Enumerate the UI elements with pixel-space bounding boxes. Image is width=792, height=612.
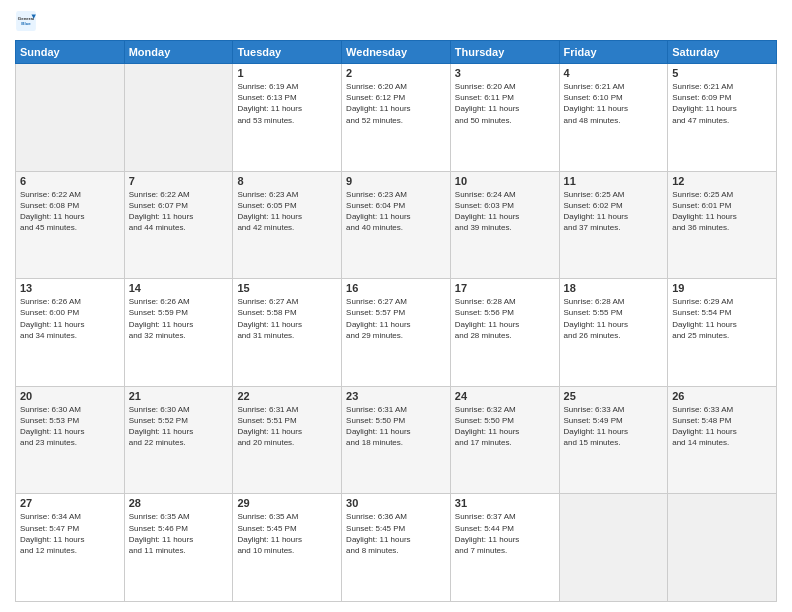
day-cell: 9Sunrise: 6:23 AMSunset: 6:04 PMDaylight…: [342, 171, 451, 279]
day-info: Sunrise: 6:25 AMSunset: 6:01 PMDaylight:…: [672, 189, 772, 234]
day-number: 13: [20, 282, 120, 294]
day-cell: 13Sunrise: 6:26 AMSunset: 6:00 PMDayligh…: [16, 279, 125, 387]
day-cell: 2Sunrise: 6:20 AMSunset: 6:12 PMDaylight…: [342, 64, 451, 172]
day-info: Sunrise: 6:36 AMSunset: 5:45 PMDaylight:…: [346, 511, 446, 556]
day-number: 29: [237, 497, 337, 509]
day-info: Sunrise: 6:31 AMSunset: 5:50 PMDaylight:…: [346, 404, 446, 449]
col-header-saturday: Saturday: [668, 41, 777, 64]
day-number: 16: [346, 282, 446, 294]
day-cell: 4Sunrise: 6:21 AMSunset: 6:10 PMDaylight…: [559, 64, 668, 172]
day-number: 12: [672, 175, 772, 187]
day-cell: 8Sunrise: 6:23 AMSunset: 6:05 PMDaylight…: [233, 171, 342, 279]
day-cell: 5Sunrise: 6:21 AMSunset: 6:09 PMDaylight…: [668, 64, 777, 172]
col-header-wednesday: Wednesday: [342, 41, 451, 64]
svg-text:General: General: [18, 16, 34, 21]
day-cell: 21Sunrise: 6:30 AMSunset: 5:52 PMDayligh…: [124, 386, 233, 494]
day-cell: 30Sunrise: 6:36 AMSunset: 5:45 PMDayligh…: [342, 494, 451, 602]
day-number: 26: [672, 390, 772, 402]
day-info: Sunrise: 6:35 AMSunset: 5:45 PMDaylight:…: [237, 511, 337, 556]
day-info: Sunrise: 6:37 AMSunset: 5:44 PMDaylight:…: [455, 511, 555, 556]
day-cell: [124, 64, 233, 172]
day-number: 7: [129, 175, 229, 187]
week-row-5: 27Sunrise: 6:34 AMSunset: 5:47 PMDayligh…: [16, 494, 777, 602]
day-info: Sunrise: 6:28 AMSunset: 5:55 PMDaylight:…: [564, 296, 664, 341]
day-info: Sunrise: 6:22 AMSunset: 6:08 PMDaylight:…: [20, 189, 120, 234]
day-cell: 11Sunrise: 6:25 AMSunset: 6:02 PMDayligh…: [559, 171, 668, 279]
week-row-3: 13Sunrise: 6:26 AMSunset: 6:00 PMDayligh…: [16, 279, 777, 387]
day-number: 31: [455, 497, 555, 509]
day-number: 17: [455, 282, 555, 294]
day-cell: 22Sunrise: 6:31 AMSunset: 5:51 PMDayligh…: [233, 386, 342, 494]
day-number: 23: [346, 390, 446, 402]
day-cell: [559, 494, 668, 602]
col-header-thursday: Thursday: [450, 41, 559, 64]
col-header-tuesday: Tuesday: [233, 41, 342, 64]
day-cell: 3Sunrise: 6:20 AMSunset: 6:11 PMDaylight…: [450, 64, 559, 172]
day-number: 28: [129, 497, 229, 509]
day-info: Sunrise: 6:30 AMSunset: 5:52 PMDaylight:…: [129, 404, 229, 449]
day-info: Sunrise: 6:23 AMSunset: 6:05 PMDaylight:…: [237, 189, 337, 234]
day-number: 3: [455, 67, 555, 79]
svg-text:Blue: Blue: [21, 21, 31, 26]
day-info: Sunrise: 6:20 AMSunset: 6:11 PMDaylight:…: [455, 81, 555, 126]
day-info: Sunrise: 6:19 AMSunset: 6:13 PMDaylight:…: [237, 81, 337, 126]
day-info: Sunrise: 6:25 AMSunset: 6:02 PMDaylight:…: [564, 189, 664, 234]
day-cell: [16, 64, 125, 172]
day-number: 24: [455, 390, 555, 402]
day-number: 8: [237, 175, 337, 187]
day-cell: 29Sunrise: 6:35 AMSunset: 5:45 PMDayligh…: [233, 494, 342, 602]
day-cell: 23Sunrise: 6:31 AMSunset: 5:50 PMDayligh…: [342, 386, 451, 494]
day-cell: 31Sunrise: 6:37 AMSunset: 5:44 PMDayligh…: [450, 494, 559, 602]
day-info: Sunrise: 6:28 AMSunset: 5:56 PMDaylight:…: [455, 296, 555, 341]
day-cell: 17Sunrise: 6:28 AMSunset: 5:56 PMDayligh…: [450, 279, 559, 387]
day-number: 25: [564, 390, 664, 402]
day-number: 27: [20, 497, 120, 509]
day-info: Sunrise: 6:27 AMSunset: 5:58 PMDaylight:…: [237, 296, 337, 341]
day-number: 2: [346, 67, 446, 79]
week-row-2: 6Sunrise: 6:22 AMSunset: 6:08 PMDaylight…: [16, 171, 777, 279]
day-info: Sunrise: 6:30 AMSunset: 5:53 PMDaylight:…: [20, 404, 120, 449]
day-info: Sunrise: 6:22 AMSunset: 6:07 PMDaylight:…: [129, 189, 229, 234]
day-cell: [668, 494, 777, 602]
day-number: 14: [129, 282, 229, 294]
calendar-header-row: SundayMondayTuesdayWednesdayThursdayFrid…: [16, 41, 777, 64]
week-row-1: 1Sunrise: 6:19 AMSunset: 6:13 PMDaylight…: [16, 64, 777, 172]
day-number: 19: [672, 282, 772, 294]
col-header-friday: Friday: [559, 41, 668, 64]
day-cell: 1Sunrise: 6:19 AMSunset: 6:13 PMDaylight…: [233, 64, 342, 172]
day-cell: 18Sunrise: 6:28 AMSunset: 5:55 PMDayligh…: [559, 279, 668, 387]
day-info: Sunrise: 6:21 AMSunset: 6:09 PMDaylight:…: [672, 81, 772, 126]
day-info: Sunrise: 6:33 AMSunset: 5:49 PMDaylight:…: [564, 404, 664, 449]
day-cell: 26Sunrise: 6:33 AMSunset: 5:48 PMDayligh…: [668, 386, 777, 494]
day-info: Sunrise: 6:32 AMSunset: 5:50 PMDaylight:…: [455, 404, 555, 449]
day-number: 30: [346, 497, 446, 509]
day-number: 9: [346, 175, 446, 187]
day-cell: 14Sunrise: 6:26 AMSunset: 5:59 PMDayligh…: [124, 279, 233, 387]
day-number: 5: [672, 67, 772, 79]
day-info: Sunrise: 6:29 AMSunset: 5:54 PMDaylight:…: [672, 296, 772, 341]
day-cell: 16Sunrise: 6:27 AMSunset: 5:57 PMDayligh…: [342, 279, 451, 387]
day-info: Sunrise: 6:26 AMSunset: 6:00 PMDaylight:…: [20, 296, 120, 341]
day-number: 18: [564, 282, 664, 294]
day-number: 6: [20, 175, 120, 187]
day-info: Sunrise: 6:34 AMSunset: 5:47 PMDaylight:…: [20, 511, 120, 556]
logo-icon: General Blue: [15, 10, 37, 32]
day-cell: 20Sunrise: 6:30 AMSunset: 5:53 PMDayligh…: [16, 386, 125, 494]
day-number: 1: [237, 67, 337, 79]
day-number: 4: [564, 67, 664, 79]
day-number: 20: [20, 390, 120, 402]
day-info: Sunrise: 6:21 AMSunset: 6:10 PMDaylight:…: [564, 81, 664, 126]
day-number: 11: [564, 175, 664, 187]
day-cell: 19Sunrise: 6:29 AMSunset: 5:54 PMDayligh…: [668, 279, 777, 387]
calendar-table: SundayMondayTuesdayWednesdayThursdayFrid…: [15, 40, 777, 602]
day-cell: 12Sunrise: 6:25 AMSunset: 6:01 PMDayligh…: [668, 171, 777, 279]
day-cell: 28Sunrise: 6:35 AMSunset: 5:46 PMDayligh…: [124, 494, 233, 602]
day-cell: 7Sunrise: 6:22 AMSunset: 6:07 PMDaylight…: [124, 171, 233, 279]
day-info: Sunrise: 6:27 AMSunset: 5:57 PMDaylight:…: [346, 296, 446, 341]
day-cell: 25Sunrise: 6:33 AMSunset: 5:49 PMDayligh…: [559, 386, 668, 494]
logo: General Blue: [15, 10, 39, 32]
week-row-4: 20Sunrise: 6:30 AMSunset: 5:53 PMDayligh…: [16, 386, 777, 494]
day-info: Sunrise: 6:33 AMSunset: 5:48 PMDaylight:…: [672, 404, 772, 449]
day-number: 10: [455, 175, 555, 187]
col-header-monday: Monday: [124, 41, 233, 64]
